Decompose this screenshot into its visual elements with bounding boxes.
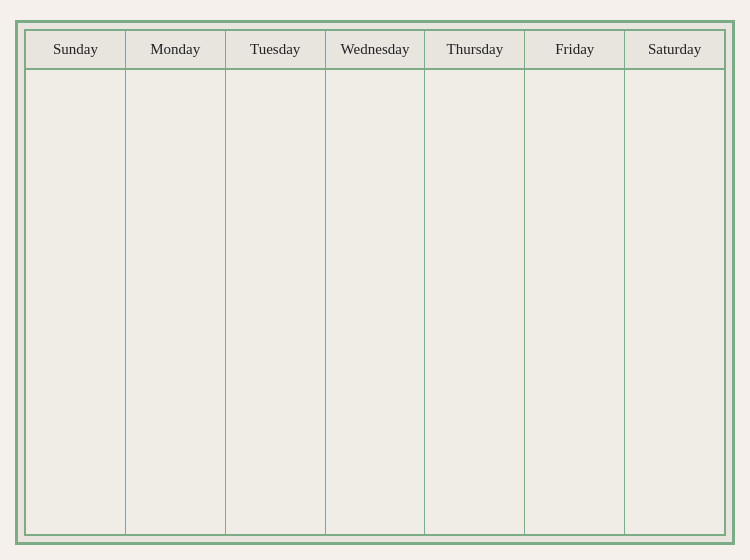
calendar-outer-border: SundayMondayTuesdayWednesdayThursdayFrid… [15,20,735,545]
day-column-thursday[interactable] [425,70,525,534]
day-column-wednesday[interactable] [326,70,426,534]
day-column-tuesday[interactable] [226,70,326,534]
day-column-friday[interactable] [525,70,625,534]
page-wrapper: SundayMondayTuesdayWednesdayThursdayFrid… [0,0,750,560]
day-header-saturday: Saturday [625,31,724,68]
day-column-sunday[interactable] [26,70,126,534]
day-header-friday: Friday [525,31,625,68]
day-header-monday: Monday [126,31,226,68]
day-header-wednesday: Wednesday [326,31,426,68]
day-header-sunday: Sunday [26,31,126,68]
calendar-header: SundayMondayTuesdayWednesdayThursdayFrid… [26,31,724,70]
day-header-thursday: Thursday [425,31,525,68]
calendar-body [26,70,724,534]
day-column-saturday[interactable] [625,70,724,534]
day-header-tuesday: Tuesday [226,31,326,68]
day-column-monday[interactable] [126,70,226,534]
calendar-inner: SundayMondayTuesdayWednesdayThursdayFrid… [24,29,726,536]
